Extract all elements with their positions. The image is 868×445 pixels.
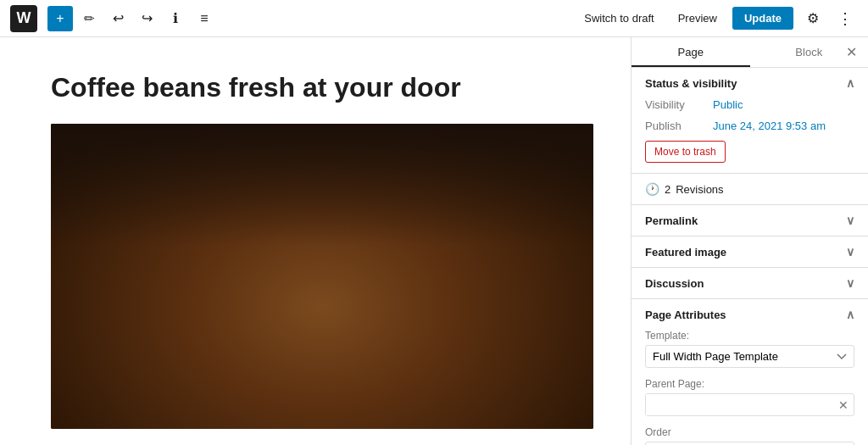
- permalink-section: Permalink ∨: [632, 205, 868, 236]
- chevron-down-icon: ∨: [846, 276, 854, 290]
- parent-page-input-wrap: ✕: [645, 393, 854, 416]
- sidebar-close-button[interactable]: ✕: [841, 42, 861, 63]
- toolbar: W + ✏ ↩ ↪ ℹ ≡ Switch to draft Preview Up…: [0, 0, 868, 37]
- template-select[interactable]: Default Template Full Width Page Templat…: [645, 345, 854, 368]
- details-button[interactable]: ℹ: [163, 6, 188, 31]
- featured-image-header[interactable]: Featured image ∨: [632, 236, 868, 267]
- status-visibility-title: Status & visibility: [645, 77, 737, 90]
- permalink-header[interactable]: Permalink ∨: [632, 205, 868, 236]
- main-area: Coffee beans fresh at your door Page Blo…: [0, 37, 868, 445]
- update-button[interactable]: Update: [732, 7, 793, 30]
- list-icon: ≡: [200, 11, 208, 26]
- revisions-count: 2: [665, 183, 670, 196]
- undo-button[interactable]: ↩: [105, 6, 131, 31]
- settings-button[interactable]: ⚙: [800, 6, 826, 31]
- featured-image-section: Featured image ∨: [632, 236, 868, 268]
- chevron-down-icon: ∨: [846, 245, 854, 259]
- list-view-button[interactable]: ≡: [192, 6, 217, 31]
- discussion-section: Discussion ∨: [632, 268, 868, 299]
- status-visibility-body: Visibility Public Publish June 24, 2021 …: [632, 98, 868, 173]
- permalink-title: Permalink: [645, 214, 698, 227]
- visibility-value[interactable]: Public: [713, 98, 743, 111]
- preview-button[interactable]: Preview: [670, 7, 726, 30]
- publish-label: Publish: [645, 120, 713, 132]
- publish-row: Publish June 24, 2021 9:53 am: [645, 120, 854, 132]
- chevron-up-icon: ∧: [846, 308, 854, 321]
- pencil-icon: ✏: [84, 11, 95, 26]
- page-attributes-body: Template: Default Template Full Width Pa…: [632, 330, 868, 445]
- info-icon: ℹ: [173, 10, 178, 26]
- post-title[interactable]: Coffee beans fresh at your door: [51, 71, 580, 103]
- sidebar-content: Status & visibility ∧ Visibility Public …: [632, 68, 868, 445]
- clear-icon: ✕: [838, 398, 849, 412]
- add-block-button[interactable]: +: [47, 6, 73, 31]
- order-input[interactable]: [645, 442, 854, 445]
- gear-icon: ⚙: [807, 10, 819, 26]
- revisions-section: 🕐 2 Revisions: [632, 174, 868, 205]
- toolbar-right: Switch to draft Preview Update ⚙ ⋮: [576, 6, 858, 31]
- order-label: Order: [645, 426, 854, 438]
- sidebar-tabs: Page Block ✕: [632, 37, 868, 68]
- template-label: Template:: [645, 330, 854, 342]
- wordpress-logo: W: [10, 5, 37, 32]
- clear-parent-page-button[interactable]: ✕: [833, 395, 854, 415]
- undo-icon: ↩: [113, 10, 124, 26]
- discussion-title: Discussion: [645, 277, 704, 290]
- page-attributes-section: Page Attributes ∧ Template: Default Temp…: [632, 299, 868, 445]
- visibility-label: Visibility: [645, 98, 713, 111]
- revisions-icon: 🕐: [645, 182, 659, 196]
- tools-button[interactable]: ✏: [76, 6, 102, 31]
- chevron-up-icon: ∧: [846, 76, 854, 90]
- parent-page-input[interactable]: [646, 394, 833, 415]
- visibility-row: Visibility Public: [645, 98, 854, 111]
- redo-icon: ↪: [142, 10, 153, 26]
- toolbar-left: W + ✏ ↩ ↪ ℹ ≡: [10, 5, 576, 32]
- featured-image-title: Featured image: [645, 246, 726, 259]
- chevron-down-icon: ∨: [846, 214, 854, 227]
- parent-page-label: Parent Page:: [645, 378, 854, 390]
- page-attributes-title: Page Attributes: [645, 309, 726, 321]
- ellipsis-icon: ⋮: [837, 9, 853, 28]
- page-attributes-header[interactable]: Page Attributes ∧: [632, 299, 868, 330]
- status-visibility-section: Status & visibility ∧ Visibility Public …: [632, 68, 868, 174]
- move-to-trash-button[interactable]: Move to trash: [645, 141, 726, 163]
- switch-to-draft-button[interactable]: Switch to draft: [576, 7, 662, 30]
- tab-page[interactable]: Page: [632, 37, 750, 67]
- discussion-header[interactable]: Discussion ∨: [632, 268, 868, 298]
- close-icon: ✕: [846, 44, 857, 60]
- revisions-row[interactable]: 🕐 2 Revisions: [632, 174, 868, 204]
- sidebar: Page Block ✕ Status & visibility ∧ Visib…: [631, 37, 868, 445]
- plus-icon: +: [56, 11, 64, 26]
- more-options-button[interactable]: ⋮: [832, 6, 858, 31]
- featured-image-block[interactable]: [51, 124, 593, 429]
- status-visibility-header[interactable]: Status & visibility ∧: [632, 68, 868, 98]
- publish-value[interactable]: June 24, 2021 9:53 am: [713, 120, 826, 132]
- editor: Coffee beans fresh at your door: [0, 37, 631, 445]
- revisions-label: Revisions: [676, 183, 723, 196]
- redo-button[interactable]: ↪: [134, 6, 159, 31]
